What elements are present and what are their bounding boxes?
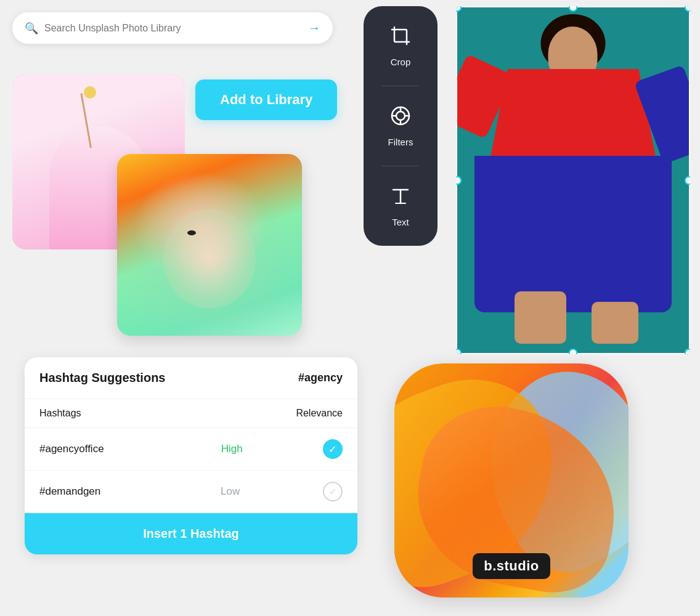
edit-toolbar: Crop Filters Text xyxy=(364,6,437,246)
relevance-low: Low xyxy=(221,485,240,498)
hashtag-header: Hashtag Suggestions #agency xyxy=(25,357,357,399)
text-icon xyxy=(389,185,412,212)
filters-tool[interactable]: Filters xyxy=(388,105,413,147)
search-input[interactable] xyxy=(44,23,302,34)
svg-rect-0 xyxy=(394,30,407,42)
check-selected[interactable]: ✓ xyxy=(323,439,343,459)
col-hashtags-label: Hashtags xyxy=(39,408,81,419)
hashtag-panel: Hashtag Suggestions #agency Hashtags Rel… xyxy=(25,357,357,554)
toolbar-divider-2 xyxy=(382,166,419,166)
search-bar[interactable]: 🔍 → xyxy=(12,12,333,44)
filters-label: Filters xyxy=(388,137,413,147)
hashtag-row-1[interactable]: #agencyoffice High ✓ xyxy=(25,428,357,471)
crop-label: Crop xyxy=(391,57,411,67)
hashtag-panel-title: Hashtag Suggestions xyxy=(39,371,165,385)
hashtag-columns: Hashtags Relevance xyxy=(25,399,357,428)
add-to-library-button[interactable]: Add to Library xyxy=(195,79,337,120)
app-label-text: b.studio xyxy=(473,553,550,579)
app-icon[interactable]: b.studio xyxy=(394,363,629,598)
svg-point-6 xyxy=(396,111,405,120)
text-tool[interactable]: Text xyxy=(389,185,412,227)
toolbar-divider-1 xyxy=(382,86,419,86)
search-arrow-icon[interactable]: → xyxy=(308,21,320,35)
col-relevance-label: Relevance xyxy=(296,408,343,419)
hashtag-agency-badge: #agency xyxy=(298,371,343,384)
insert-hashtag-button[interactable]: Insert 1 Hashtag xyxy=(25,513,357,554)
search-icon: 🔍 xyxy=(25,22,38,35)
crop-tool[interactable]: Crop xyxy=(389,25,412,67)
main-photo xyxy=(456,6,690,354)
crop-icon xyxy=(389,25,412,52)
hashtag-demandgen: #demandgen xyxy=(39,485,100,498)
check-unselected[interactable]: ✓ xyxy=(323,482,343,501)
filters-icon xyxy=(389,105,412,132)
face-thumbnail[interactable] xyxy=(117,154,302,336)
hashtag-row-2[interactable]: #demandgen Low ✓ xyxy=(25,471,357,513)
text-label: Text xyxy=(392,217,409,227)
main-photo-area[interactable] xyxy=(456,6,690,354)
hashtag-agencyoffice: #agencyoffice xyxy=(39,443,104,455)
relevance-high: High xyxy=(221,443,243,455)
